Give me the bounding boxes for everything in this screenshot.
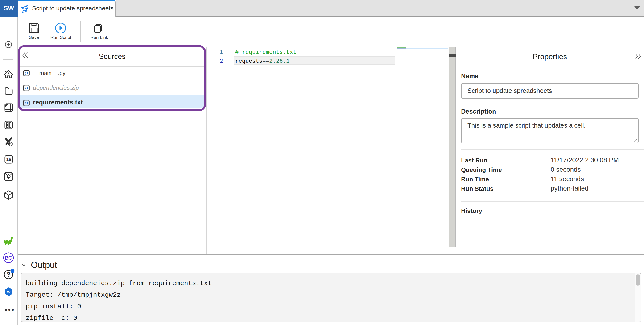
- svg-text:?: ?: [6, 271, 10, 278]
- svg-text:BC: BC: [5, 255, 12, 261]
- svg-text:w: w: [7, 290, 10, 294]
- svg-text:16: 16: [6, 157, 11, 162]
